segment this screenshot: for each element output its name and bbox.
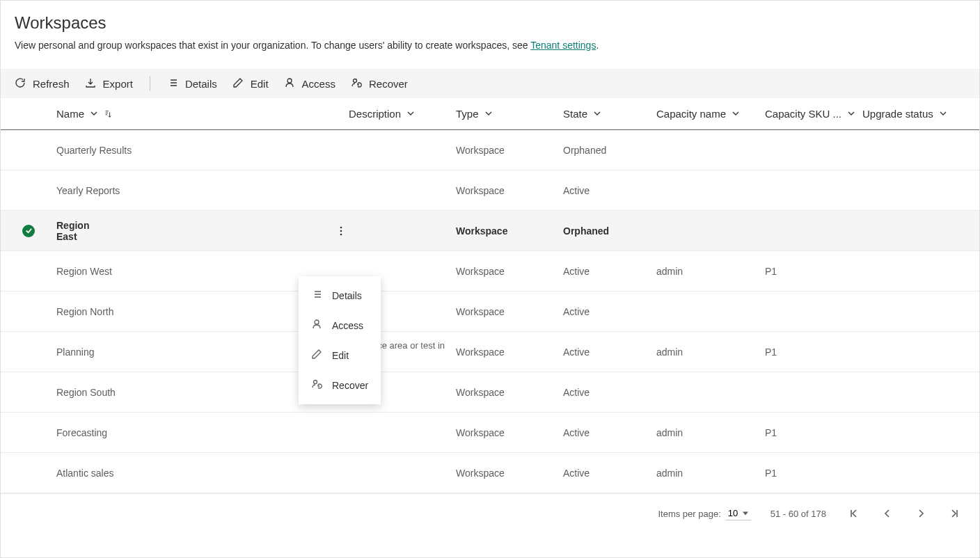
person-icon bbox=[284, 77, 295, 90]
access-button[interactable]: Access bbox=[284, 77, 335, 90]
cell-type: Workspace bbox=[456, 427, 563, 438]
svg-point-2 bbox=[340, 226, 342, 228]
chevron-down-icon bbox=[593, 108, 601, 120]
list-icon bbox=[167, 77, 178, 90]
cell-state: Active bbox=[563, 185, 656, 196]
column-header-state[interactable]: State bbox=[563, 108, 656, 120]
table-row[interactable]: Region WestWorkspaceActiveadminP1 bbox=[1, 251, 979, 292]
chevron-down-icon bbox=[732, 108, 740, 120]
cell-state: Active bbox=[563, 306, 656, 317]
menu-item-details[interactable]: Details bbox=[299, 280, 381, 310]
cell-state: Active bbox=[563, 387, 656, 398]
chevron-down-icon bbox=[484, 108, 493, 120]
cell-type: Workspace bbox=[456, 225, 563, 237]
recover-icon bbox=[351, 77, 362, 90]
pencil-icon bbox=[311, 349, 322, 362]
refresh-button[interactable]: Refresh bbox=[15, 77, 70, 90]
svg-point-1 bbox=[353, 79, 356, 82]
svg-point-3 bbox=[340, 230, 342, 232]
cell-name: Planning bbox=[56, 346, 95, 358]
access-label: Access bbox=[302, 78, 335, 90]
column-description-label: Description bbox=[349, 108, 401, 120]
cell-name: Region East bbox=[56, 220, 110, 242]
cell-capacity-name: admin bbox=[656, 427, 765, 438]
edit-button[interactable]: Edit bbox=[232, 77, 269, 90]
cell-type: Workspace bbox=[456, 145, 563, 156]
cell-type: Workspace bbox=[456, 266, 563, 277]
chevron-down-icon bbox=[939, 108, 947, 120]
cell-state: Orphaned bbox=[563, 145, 656, 156]
chevron-down-icon bbox=[406, 108, 415, 120]
pagination-range: 51 - 60 of 178 bbox=[770, 509, 826, 519]
cell-capacity-sku: P1 bbox=[765, 346, 862, 358]
more-options-button[interactable] bbox=[333, 223, 349, 239]
row-context-menu: Details Access Edit Recover bbox=[299, 276, 381, 404]
column-header-name[interactable]: Name bbox=[56, 108, 349, 120]
menu-item-recover[interactable]: Recover bbox=[299, 370, 381, 400]
tenant-settings-link[interactable]: Tenant settings bbox=[530, 40, 596, 51]
cell-type: Workspace bbox=[456, 468, 563, 479]
toolbar-separator bbox=[150, 76, 150, 91]
column-upgrade-status-label: Upgrade status bbox=[862, 108, 933, 120]
details-label: Details bbox=[185, 78, 217, 90]
cell-name: Region West bbox=[56, 266, 112, 277]
cell-state: Orphaned bbox=[563, 225, 656, 237]
menu-access-label: Access bbox=[332, 320, 363, 331]
menu-edit-label: Edit bbox=[332, 350, 349, 361]
next-page-button[interactable] bbox=[912, 505, 929, 522]
menu-item-access[interactable]: Access bbox=[299, 310, 381, 340]
items-per-page-select[interactable]: 10 bbox=[725, 507, 751, 520]
table-row[interactable]: Atlantic salesWorkspaceActiveadminP1 bbox=[1, 453, 979, 493]
cell-type: Workspace bbox=[456, 387, 563, 398]
toolbar: Refresh Export Details Edit Access Recov… bbox=[1, 69, 979, 98]
column-header-capacity-sku[interactable]: Capacity SKU ... bbox=[765, 108, 862, 120]
cell-state: Active bbox=[563, 266, 656, 277]
table-row[interactable]: Region NorthWorkspaceActive bbox=[1, 292, 979, 332]
column-type-label: Type bbox=[456, 108, 479, 120]
table-row[interactable]: Region EastWorkspaceOrphaned bbox=[1, 211, 979, 251]
table-row[interactable]: Yearly ReportsWorkspaceActive bbox=[1, 170, 979, 211]
svg-point-0 bbox=[287, 79, 292, 83]
svg-point-4 bbox=[340, 233, 342, 235]
prev-page-button[interactable] bbox=[879, 505, 896, 522]
cell-name: Forecasting bbox=[56, 427, 107, 438]
cell-state: Active bbox=[563, 427, 656, 438]
edit-label: Edit bbox=[251, 78, 269, 90]
cell-state: Active bbox=[563, 346, 656, 358]
cell-capacity-name: admin bbox=[656, 266, 765, 277]
cell-name: Region South bbox=[56, 387, 116, 398]
details-button[interactable]: Details bbox=[167, 77, 217, 90]
column-name-label: Name bbox=[56, 108, 84, 120]
cell-name: Quarterly Results bbox=[56, 145, 132, 156]
column-header-type[interactable]: Type bbox=[456, 108, 563, 120]
cell-name: Region North bbox=[56, 306, 114, 317]
table-row[interactable]: ForecastingWorkspaceActiveadminP1 bbox=[1, 413, 979, 453]
cell-capacity-sku: P1 bbox=[765, 427, 862, 438]
pagination: Items per page: 10 51 - 60 of 178 bbox=[1, 493, 979, 533]
table-row[interactable]: PlanningorkSpace area or test in BBTWork… bbox=[1, 332, 979, 372]
first-page-button[interactable] bbox=[846, 505, 862, 522]
recover-label: Recover bbox=[369, 78, 408, 90]
table-row[interactable]: Quarterly ResultsWorkspaceOrphaned bbox=[1, 130, 979, 170]
list-icon bbox=[311, 289, 322, 302]
chevron-down-icon bbox=[90, 108, 98, 120]
table-row[interactable]: Region SouthWorkspaceActive bbox=[1, 372, 979, 413]
last-page-button[interactable] bbox=[946, 505, 963, 522]
column-header-upgrade-status[interactable]: Upgrade status bbox=[862, 108, 967, 120]
menu-item-edit[interactable]: Edit bbox=[299, 340, 381, 370]
cell-capacity-name: admin bbox=[656, 468, 765, 479]
column-capacity-sku-label: Capacity SKU ... bbox=[765, 108, 841, 120]
pencil-icon bbox=[232, 77, 244, 90]
menu-details-label: Details bbox=[332, 290, 362, 301]
subtitle-post: . bbox=[596, 40, 599, 51]
refresh-label: Refresh bbox=[33, 78, 70, 90]
chevron-down-icon bbox=[847, 108, 855, 120]
export-button[interactable]: Export bbox=[85, 77, 133, 90]
column-header-capacity-name[interactable]: Capacity name bbox=[656, 108, 765, 120]
column-header-description[interactable]: Description bbox=[349, 108, 456, 120]
download-icon bbox=[85, 77, 96, 90]
column-state-label: State bbox=[563, 108, 587, 120]
recover-button[interactable]: Recover bbox=[351, 77, 408, 90]
cell-name: Yearly Reports bbox=[56, 185, 120, 196]
cell-type: Workspace bbox=[456, 306, 563, 317]
